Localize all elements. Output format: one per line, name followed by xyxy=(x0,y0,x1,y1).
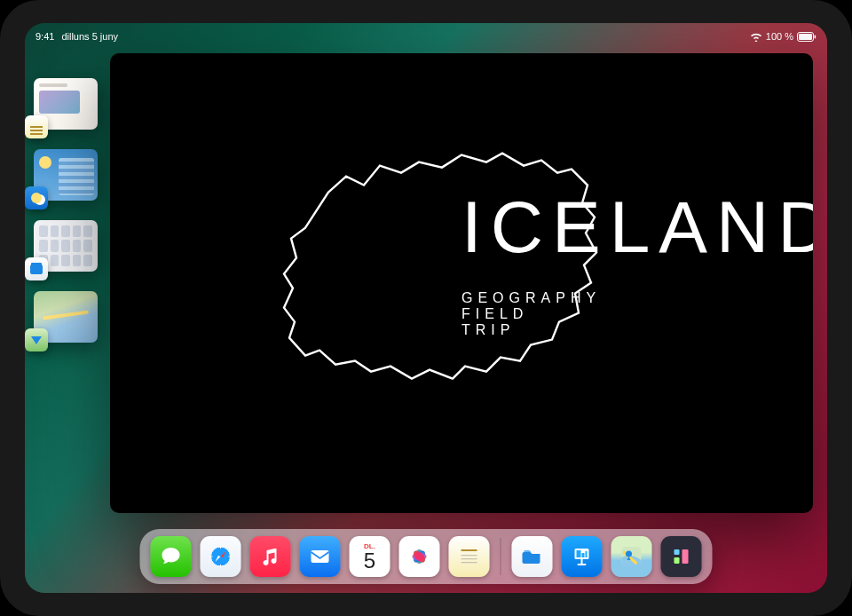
dock-app-music[interactable] xyxy=(250,536,291,577)
svg-rect-27 xyxy=(682,549,689,564)
dock-app-photos[interactable] xyxy=(399,536,440,577)
svg-point-25 xyxy=(626,551,632,557)
svg-rect-14 xyxy=(462,549,477,551)
svg-rect-17 xyxy=(462,562,477,563)
stage-manager-switcher xyxy=(34,78,98,343)
svg-rect-2 xyxy=(815,35,816,38)
dock-app-notes[interactable] xyxy=(449,536,490,577)
files-icon xyxy=(25,257,48,280)
active-window-keynote[interactable]: ICELAND GEOGRAPHY FIELD TRIP xyxy=(110,53,813,513)
svg-rect-19 xyxy=(577,550,581,557)
svg-rect-15 xyxy=(462,555,477,556)
svg-rect-21 xyxy=(586,551,588,557)
dock-app-messages[interactable] xyxy=(151,536,192,577)
svg-rect-28 xyxy=(674,557,680,564)
status-bar: 9:41 dilluns 5 juny 100 % xyxy=(25,28,827,44)
switcher-thumb-weather[interactable] xyxy=(34,149,98,201)
notes-icon xyxy=(25,115,48,138)
svg-rect-1 xyxy=(799,34,812,40)
status-time: 9:41 xyxy=(36,31,54,42)
dock-app-files[interactable] xyxy=(512,536,553,577)
dock-app-safari[interactable] xyxy=(201,536,241,577)
svg-rect-26 xyxy=(674,549,680,555)
screen: 9:41 dilluns 5 juny 100 % xyxy=(25,23,827,593)
switcher-thumb-maps[interactable] xyxy=(34,291,98,343)
switcher-thumb-notes[interactable] xyxy=(34,78,98,130)
svg-rect-20 xyxy=(582,553,585,557)
switcher-thumb-files[interactable] xyxy=(34,220,98,272)
dock-app-calendar[interactable]: DL. 5 xyxy=(350,536,390,577)
status-battery-text: 100 % xyxy=(766,31,793,42)
svg-rect-16 xyxy=(462,558,477,559)
calendar-day: 5 xyxy=(364,550,375,572)
dock-app-maps[interactable] xyxy=(611,536,652,577)
device-bezel: 9:41 dilluns 5 juny 100 % xyxy=(0,0,852,616)
svg-rect-23 xyxy=(578,564,587,565)
dock-app-stage-manager[interactable] xyxy=(661,536,702,577)
dock: DL. 5 xyxy=(140,529,713,584)
dock-app-keynote[interactable] xyxy=(562,536,603,577)
svg-rect-5 xyxy=(312,550,329,563)
status-date: dilluns 5 juny xyxy=(61,31,118,42)
battery-icon xyxy=(797,32,816,42)
dock-separator xyxy=(501,538,501,575)
weather-icon xyxy=(25,186,48,209)
dock-app-mail[interactable] xyxy=(300,536,341,577)
wifi-icon xyxy=(750,32,762,42)
maps-icon xyxy=(25,328,48,351)
